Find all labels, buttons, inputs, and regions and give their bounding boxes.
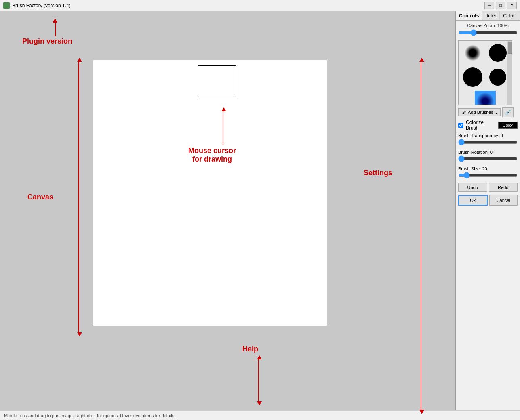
rotation-label: Brush Rotation: 0° — [458, 150, 518, 155]
size-slider[interactable] — [458, 172, 518, 178]
drawing-canvas[interactable] — [93, 60, 327, 326]
color-button[interactable]: Color — [498, 122, 518, 129]
brush-mid2 — [489, 69, 506, 86]
settings-panel: Controls Jitter Color Other Canvas Zoom:… — [455, 11, 520, 410]
transparency-slider[interactable] — [458, 139, 518, 145]
brush-blue — [475, 91, 496, 105]
tab-controls[interactable]: Controls — [456, 11, 482, 20]
zoom-slider-container — [458, 29, 518, 37]
size-label: Brush Size: 20 — [458, 166, 518, 171]
rotation-container: Brush Rotation: 0° — [458, 150, 518, 163]
brush-item-2[interactable] — [487, 42, 508, 63]
undo-redo-row: Undo Redo — [458, 183, 518, 192]
tab-bar: Controls Jitter Color Other — [456, 11, 520, 21]
brush-item-3[interactable] — [462, 67, 483, 88]
transparency-container: Brush Transparency: 0 — [458, 133, 518, 147]
brush-row-1 — [459, 41, 512, 65]
brush-grid[interactable] — [458, 40, 512, 105]
statusbar: Middle click and drag to pan image. Righ… — [0, 410, 520, 420]
brush-mid — [463, 67, 482, 87]
eyedropper-icon: 💉 — [505, 109, 512, 116]
brush-item-4[interactable] — [487, 67, 508, 88]
add-brushes-button[interactable]: 🖌 Add Brushes... — [458, 108, 501, 116]
maximize-button[interactable]: □ — [496, 2, 505, 9]
minimize-button[interactable]: ─ — [484, 2, 494, 9]
brush-item-5[interactable] — [475, 91, 496, 105]
transparency-label: Brush Transparency: 0 — [458, 133, 518, 138]
brush-scrollbar-thumb[interactable] — [508, 42, 512, 54]
ok-button[interactable]: Ok — [458, 195, 488, 206]
redo-button[interactable]: Redo — [489, 183, 518, 192]
titlebar-title: Brush Factory (version 1.4) — [12, 3, 71, 8]
cursor-square — [198, 65, 236, 97]
colorize-checkbox[interactable] — [458, 123, 463, 128]
add-brushes-row: 🖌 Add Brushes... 💉 — [458, 107, 518, 117]
zoom-label: Canvas Zoom: 100% — [458, 23, 518, 28]
main-layout: Controls Jitter Color Other Canvas Zoom:… — [0, 11, 520, 410]
brush-row-3 — [459, 89, 512, 105]
settings-content: Canvas Zoom: 100% — [456, 21, 520, 410]
statusbar-text: Middle click and drag to pan image. Righ… — [4, 413, 175, 418]
zoom-slider[interactable] — [458, 29, 518, 36]
brush-icon: 🖌 — [462, 110, 466, 115]
tab-color[interactable]: Color — [500, 11, 518, 20]
canvas-area[interactable] — [0, 11, 455, 410]
size-container: Brush Size: 20 — [458, 166, 518, 180]
colorize-row: Colorize Brush Color — [458, 120, 518, 131]
tab-jitter[interactable]: Jitter — [482, 11, 500, 20]
ok-cancel-row: Ok Cancel — [458, 195, 518, 206]
close-button[interactable]: ✕ — [507, 2, 517, 9]
tab-other[interactable]: Other — [518, 11, 520, 20]
brush-item-1[interactable] — [462, 42, 483, 63]
undo-button[interactable]: Undo — [458, 183, 487, 192]
app-icon — [3, 2, 10, 9]
brush-soft — [465, 45, 481, 61]
cancel-button[interactable]: Cancel — [489, 195, 518, 206]
rotation-slider[interactable] — [458, 155, 518, 162]
titlebar-controls: ─ □ ✕ — [484, 2, 517, 9]
brush-row-2 — [459, 65, 512, 89]
brush-hard — [489, 44, 507, 62]
colorize-label: Colorize Brush — [466, 120, 496, 131]
brush-scrollbar[interactable] — [507, 41, 512, 105]
eyedropper-button[interactable]: 💉 — [502, 107, 514, 117]
titlebar-left: Brush Factory (version 1.4) — [3, 2, 71, 9]
titlebar: Brush Factory (version 1.4) ─ □ ✕ — [0, 0, 520, 11]
